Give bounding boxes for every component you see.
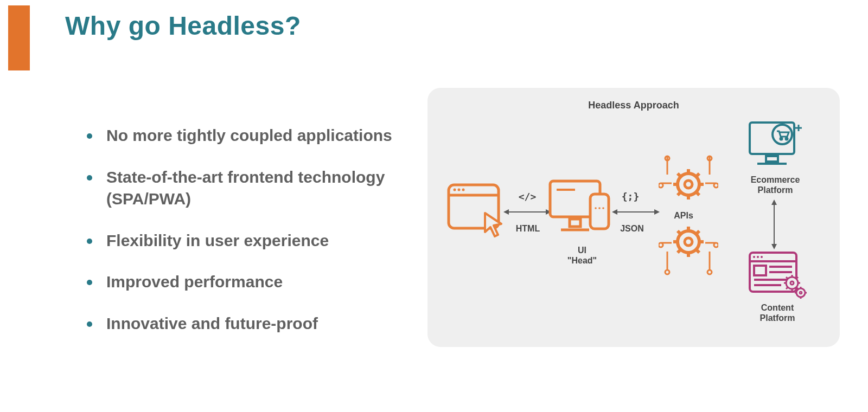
ui-head-devices-icon — [548, 179, 613, 241]
svg-point-30 — [685, 238, 692, 246]
ecommerce-platform-icon — [748, 117, 805, 171]
bullet-text: No more tightly coupled applications — [106, 125, 392, 147]
accent-bar — [8, 5, 30, 70]
svg-marker-49 — [771, 244, 777, 249]
svg-point-52 — [753, 256, 755, 258]
bullet-dot-icon — [87, 133, 92, 139]
svg-point-14 — [598, 207, 601, 209]
list-item: Improved performance — [87, 271, 401, 293]
bidirectional-arrow-vertical-icon — [770, 199, 778, 252]
svg-rect-55 — [754, 266, 766, 275]
list-item: Innovative and future-proof — [87, 313, 401, 335]
svg-point-43 — [780, 138, 782, 140]
slide-title: Why go Headless? — [65, 11, 301, 41]
html-label: HTML — [509, 223, 547, 234]
content-platform-icon — [748, 250, 807, 302]
svg-marker-6 — [503, 209, 509, 215]
svg-point-2 — [454, 189, 456, 191]
browser-cursor-icon — [447, 183, 507, 240]
svg-line-36 — [696, 231, 699, 234]
bullet-dot-icon — [87, 280, 92, 285]
svg-line-26 — [696, 173, 699, 177]
svg-marker-17 — [612, 209, 617, 215]
svg-point-42 — [773, 125, 792, 144]
svg-point-54 — [761, 256, 763, 258]
bullet-text: State-of-the-art frontend technology (SP… — [106, 166, 401, 210]
diagram-title: Headless Approach — [427, 100, 840, 111]
bullet-list: No more tightly coupled applications Sta… — [87, 125, 401, 354]
svg-point-60 — [786, 277, 798, 289]
content-platform-label: Content Platform — [748, 302, 807, 323]
bullet-text: Innovative and future-proof — [106, 313, 318, 335]
ui-head-label: UI "Head" — [558, 245, 607, 266]
svg-line-35 — [678, 231, 681, 234]
list-item: No more tightly coupled applications — [87, 125, 401, 147]
svg-line-68 — [786, 287, 788, 289]
svg-line-67 — [796, 277, 798, 279]
list-item: Flexibility in user experience — [87, 230, 401, 252]
bidirectional-arrow-icon — [503, 208, 551, 218]
svg-marker-48 — [771, 199, 777, 205]
json-label: JSON — [613, 223, 651, 234]
bullet-text: Flexibility in user experience — [106, 230, 329, 252]
bullet-text: Improved performance — [106, 271, 283, 293]
svg-rect-12 — [590, 194, 609, 229]
svg-line-25 — [678, 173, 681, 177]
svg-point-3 — [458, 189, 461, 191]
svg-rect-40 — [766, 156, 778, 162]
bullet-dot-icon — [87, 321, 92, 327]
svg-point-53 — [757, 256, 759, 258]
svg-point-70 — [796, 288, 805, 297]
bullet-dot-icon — [87, 239, 92, 244]
ecommerce-platform-label: Ecommerce Platform — [740, 175, 810, 195]
svg-point-15 — [602, 207, 604, 209]
svg-point-13 — [595, 207, 597, 209]
svg-line-28 — [696, 192, 699, 195]
svg-point-44 — [786, 138, 788, 140]
apis-label: APIs — [667, 210, 700, 221]
svg-rect-10 — [570, 219, 580, 227]
svg-line-27 — [678, 192, 681, 195]
svg-line-38 — [696, 249, 699, 253]
svg-line-66 — [786, 277, 788, 279]
svg-point-20 — [685, 181, 692, 188]
svg-point-4 — [462, 189, 465, 191]
code-glyph-icon: </> — [516, 191, 538, 202]
json-glyph-icon: {;} — [618, 191, 642, 202]
bullet-dot-icon — [87, 175, 92, 181]
svg-line-37 — [678, 249, 681, 253]
diagram-panel: Headless Approach </> HTML — [427, 88, 840, 347]
bidirectional-arrow-icon — [612, 208, 660, 218]
list-item: State-of-the-art frontend technology (SP… — [87, 166, 401, 210]
